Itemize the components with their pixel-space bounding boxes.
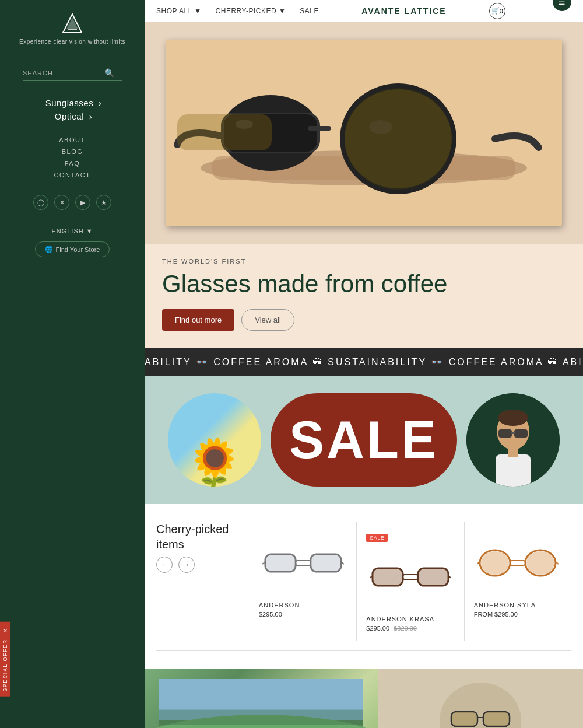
search-bar[interactable]: 🔍 — [23, 68, 122, 80]
search-icon[interactable]: 🔍 — [104, 68, 114, 78]
sidebar-tagline: Experience clear vision without limits — [19, 38, 125, 45]
find-store-button[interactable]: 🌐 Find Your Store — [35, 242, 110, 257]
krasa-glasses-svg — [370, 559, 451, 594]
brand-logo[interactable]: Experience clear vision without limits — [19, 12, 125, 62]
cherry-picked-title: Cherry-picked items — [156, 522, 238, 552]
svg-rect-40 — [510, 561, 525, 565]
svg-rect-51 — [159, 710, 363, 725]
blog-link[interactable]: BLOG — [54, 148, 91, 155]
svg-rect-33 — [403, 575, 418, 579]
svg-rect-14 — [177, 114, 272, 150]
svg-point-44 — [526, 551, 554, 575]
category-nav: Sunglasses › Optical › — [43, 98, 102, 125]
person-avatar-svg — [466, 393, 560, 487]
close-icon[interactable]: ✕ — [2, 626, 8, 634]
sale-label: SALE — [289, 410, 438, 470]
view-all-button[interactable]: View all — [241, 309, 294, 331]
carousel-arrows: ← → — [156, 556, 238, 573]
svg-rect-19 — [498, 429, 512, 438]
next-arrow-button[interactable]: → — [178, 556, 195, 573]
top-nav-right: 🛒0 — [489, 3, 505, 19]
product-price: FROM $295.00 — [474, 611, 562, 618]
product-price: $295.00 $320.00 — [366, 625, 454, 632]
anderson-glasses-svg — [262, 545, 344, 580]
product-name: ANDERSON — [259, 601, 347, 608]
language-selector[interactable]: ENGLISH ▼ — [51, 228, 93, 235]
landscape-image — [145, 668, 378, 728]
cherry-picked-link[interactable]: CHERRY-PICKED ▼ — [216, 7, 286, 15]
top-nav-left: SHOP ALL ▼ CHERRY-PICKED ▼ SALE — [156, 7, 319, 15]
prev-arrow-button[interactable]: ← — [156, 556, 173, 573]
menu-toggle-button[interactable]: ☰ — [553, 0, 571, 11]
svg-rect-22 — [496, 454, 531, 487]
sunflower-icon: 🌻 — [185, 440, 244, 487]
cherry-picked-header: Cherry-picked items ← → — [156, 522, 571, 651]
marquee-text: ABILITY 👓 COFFEE AROMA 🕶 SUSTAINABILITY … — [145, 356, 583, 368]
sale-link[interactable]: SALE — [300, 7, 319, 15]
shop-all-link[interactable]: SHOP ALL ▼ — [156, 7, 202, 15]
hero-text-area: THE WORLD'S FIRST Glasses made from coff… — [145, 244, 583, 348]
svg-rect-23 — [508, 447, 518, 457]
special-offer-tab[interactable]: SPECIAL OFFER ✕ — [0, 622, 10, 696]
hero-section: THE WORLD'S FIRST Glasses made from coff… — [145, 22, 583, 348]
svg-rect-30 — [311, 555, 340, 571]
nav-links: ABOUT BLOG FAQ CONTACT — [54, 136, 91, 183]
hero-buttons: Find out more View all — [162, 309, 566, 331]
sale-section: 🌻 SALE — [145, 376, 583, 504]
brand-name[interactable]: AVANTE LATTICE — [361, 6, 446, 16]
bottom-images — [145, 668, 583, 728]
marquee-banner: ABILITY 👓 COFFEE AROMA 🕶 SUSTAINABILITY … — [145, 348, 583, 376]
contact-link[interactable]: CONTACT — [54, 172, 91, 178]
sale-badge: SALE — [366, 534, 388, 542]
product-price: $295.00 — [259, 611, 347, 618]
product-card[interactable]: ANDERSON SYLA FROM $295.00 — [465, 522, 571, 641]
instagram-icon[interactable]: ◯ — [33, 195, 48, 210]
svg-rect-10 — [308, 126, 331, 131]
product-card[interactable]: SALE ANDERSON KRASA — [357, 522, 464, 641]
svg-rect-21 — [511, 432, 515, 434]
svg-point-18 — [498, 410, 528, 426]
globe-icon: 🌐 — [45, 246, 53, 253]
product-card[interactable]: ANDERSON $295.00 — [250, 522, 357, 641]
hero-title: Glasses made from coffee — [162, 271, 566, 298]
sale-pill[interactable]: SALE — [271, 393, 457, 487]
svg-rect-20 — [514, 429, 528, 438]
product-detail-svg — [381, 671, 580, 728]
svg-rect-57 — [452, 712, 477, 726]
product-image-anderson — [259, 534, 347, 592]
twitter-icon[interactable]: ✕ — [54, 195, 69, 210]
main-content: SHOP ALL ▼ CHERRY-PICKED ▼ SALE AVANTE L… — [145, 0, 583, 728]
hero-subtitle: THE WORLD'S FIRST — [162, 258, 566, 265]
bookmark-icon[interactable]: ★ — [96, 195, 111, 210]
sidebar: Experience clear vision without limits 🔍… — [0, 0, 145, 728]
youtube-icon[interactable]: ▶ — [75, 195, 90, 210]
products-grid: ANDERSON $295.00 SALE — [250, 522, 571, 641]
svg-point-15 — [345, 89, 452, 188]
svg-rect-36 — [373, 569, 402, 585]
svg-rect-58 — [484, 712, 509, 726]
hero-image — [145, 22, 583, 244]
landscape-svg — [150, 679, 372, 728]
product-detail-image — [378, 668, 583, 728]
cherry-picked-title-area: Cherry-picked items ← → — [156, 522, 238, 573]
faq-link[interactable]: FAQ — [54, 160, 91, 167]
product-image-syla — [474, 534, 562, 592]
person-circle — [466, 393, 560, 487]
about-link[interactable]: ABOUT — [54, 136, 91, 144]
product-name: ANDERSON SYLA — [474, 601, 562, 608]
sunglasses-link[interactable]: Sunglasses › — [43, 98, 102, 108]
sunflower-circle: 🌻 — [168, 393, 261, 487]
find-out-more-button[interactable]: Find out more — [162, 309, 234, 331]
svg-rect-29 — [266, 555, 295, 571]
search-input[interactable] — [23, 69, 104, 76]
optical-link[interactable]: Optical › — [43, 111, 102, 121]
hero-glasses-svg — [166, 40, 562, 226]
social-links: ◯ ✕ ▶ ★ — [33, 195, 111, 210]
top-nav: SHOP ALL ▼ CHERRY-PICKED ▼ SALE AVANTE L… — [145, 0, 583, 22]
svg-rect-26 — [296, 561, 311, 565]
cart-button[interactable]: 🛒0 — [489, 3, 505, 19]
product-name: ANDERSON KRASA — [366, 615, 454, 622]
logo-icon — [61, 12, 84, 35]
cherry-picked-section: Cherry-picked items ← → — [145, 504, 583, 668]
syla-glasses-svg — [477, 545, 559, 580]
